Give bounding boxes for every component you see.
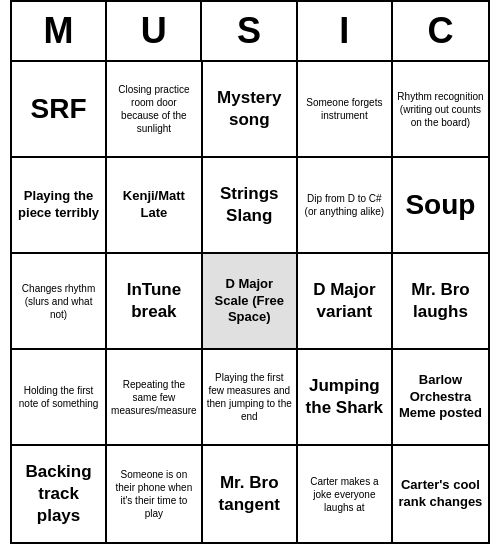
bingo-cell: Holding the first note of something <box>12 350 107 446</box>
bingo-cell: Mr. Bro laughs <box>393 254 488 350</box>
bingo-grid: SRFClosing practice room door because of… <box>12 62 488 542</box>
bingo-cell: Mystery song <box>203 62 298 158</box>
cell-text: Backing track plays <box>16 461 101 527</box>
cell-text: SRF <box>31 91 87 127</box>
cell-text: Dip from D to C# (or anything alike) <box>302 192 387 218</box>
cell-text: D Major Scale (Free Space) <box>207 276 292 327</box>
bingo-cell: Repeating the same few measures/measure <box>107 350 203 446</box>
bingo-cell: Jumping the Shark <box>298 350 393 446</box>
cell-text: Carter's cool rank changes <box>397 477 484 511</box>
bingo-cell: Someone is on their phone when it's thei… <box>107 446 203 542</box>
bingo-card: MUSIC SRFClosing practice room door beca… <box>10 0 490 544</box>
bingo-cell: Carter makes a joke everyone laughs at <box>298 446 393 542</box>
header-letter: I <box>298 2 393 60</box>
cell-text: Rhythm recognition (writing out counts o… <box>397 90 484 129</box>
bingo-cell: Backing track plays <box>12 446 107 542</box>
cell-text: Kenji/Matt Late <box>111 188 197 222</box>
header-letter: C <box>393 2 488 60</box>
cell-text: Barlow Orchestra Meme posted <box>397 372 484 423</box>
cell-text: Someone is on their phone when it's thei… <box>111 468 197 520</box>
cell-text: Jumping the Shark <box>302 375 387 419</box>
bingo-cell: D Major variant <box>298 254 393 350</box>
bingo-cell: InTune break <box>107 254 203 350</box>
bingo-cell: Someone forgets instrument <box>298 62 393 158</box>
bingo-cell: Soup <box>393 158 488 254</box>
header-letter: U <box>107 2 202 60</box>
bingo-cell: Mr. Bro tangent <box>203 446 298 542</box>
bingo-cell: D Major Scale (Free Space) <box>203 254 298 350</box>
cell-text: Changes rhythm (slurs and what not) <box>16 282 101 321</box>
bingo-cell: SRF <box>12 62 107 158</box>
cell-text: Playing the first few measures and then … <box>207 371 292 423</box>
cell-text: InTune break <box>111 279 197 323</box>
bingo-cell: Kenji/Matt Late <box>107 158 203 254</box>
cell-text: Closing practice room door because of th… <box>111 83 197 135</box>
bingo-cell: Rhythm recognition (writing out counts o… <box>393 62 488 158</box>
cell-text: D Major variant <box>302 279 387 323</box>
bingo-cell: Strings Slang <box>203 158 298 254</box>
cell-text: Carter makes a joke everyone laughs at <box>302 475 387 514</box>
bingo-cell: Closing practice room door because of th… <box>107 62 203 158</box>
cell-text: Playing the piece terribly <box>16 188 101 222</box>
cell-text: Holding the first note of something <box>16 384 101 410</box>
cell-text: Repeating the same few measures/measure <box>111 378 197 417</box>
bingo-cell: Playing the piece terribly <box>12 158 107 254</box>
bingo-header: MUSIC <box>12 2 488 62</box>
cell-text: Soup <box>405 187 475 223</box>
cell-text: Mystery song <box>207 87 292 131</box>
bingo-cell: Changes rhythm (slurs and what not) <box>12 254 107 350</box>
bingo-cell: Carter's cool rank changes <box>393 446 488 542</box>
bingo-cell: Playing the first few measures and then … <box>203 350 298 446</box>
header-letter: S <box>202 2 297 60</box>
header-letter: M <box>12 2 107 60</box>
bingo-cell: Dip from D to C# (or anything alike) <box>298 158 393 254</box>
cell-text: Mr. Bro tangent <box>207 472 292 516</box>
cell-text: Someone forgets instrument <box>302 96 387 122</box>
cell-text: Mr. Bro laughs <box>397 279 484 323</box>
bingo-cell: Barlow Orchestra Meme posted <box>393 350 488 446</box>
cell-text: Strings Slang <box>207 183 292 227</box>
